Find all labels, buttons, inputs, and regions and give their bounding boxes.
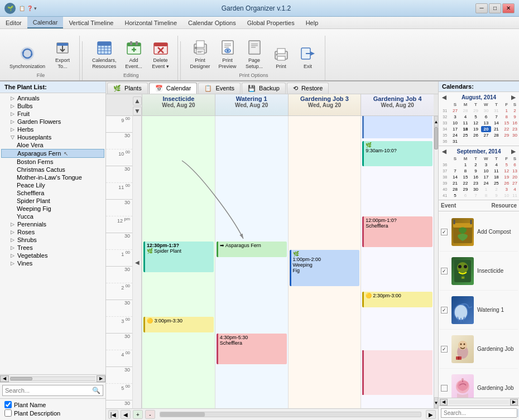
- ribbon-print-designer-button[interactable]: PrintDesigner: [188, 37, 213, 71]
- aug-day-24[interactable]: 24: [450, 132, 460, 138]
- menu-calendar-options[interactable]: Calendar Options: [182, 17, 242, 28]
- tree-toggle-shrubs[interactable]: ▷: [9, 236, 16, 243]
- aug-sep-6[interactable]: [512, 138, 518, 144]
- aug-day-4[interactable]: 4: [460, 114, 470, 120]
- sep-day-11[interactable]: 11: [491, 168, 501, 174]
- aug-day-29b[interactable]: 29: [502, 132, 512, 138]
- tree-item-garden-flowers[interactable]: ▷ Garden Flowers: [1, 118, 104, 125]
- aug-day-26[interactable]: 26: [470, 132, 480, 138]
- cal-nav-next[interactable]: ▶: [426, 410, 436, 419]
- mini-cal-sep-next-btn[interactable]: ▶: [511, 148, 516, 155]
- tree-item-roses[interactable]: ▷ Roses: [1, 228, 104, 236]
- menu-vertical-timeline[interactable]: Vertical Timeline: [63, 17, 119, 28]
- sep-oct-2[interactable]: 2: [491, 186, 501, 192]
- event-930am[interactable]: 🌿 9:30am-10:0?: [362, 141, 433, 166]
- scroll-down-btn[interactable]: ▼: [434, 397, 438, 408]
- scroll-thumb-v[interactable]: [434, 127, 438, 149]
- event-schefflera-watering[interactable]: 4:30pm-5:30 Schefflera: [217, 334, 287, 364]
- check-gardening-job1[interactable]: ✓: [441, 346, 448, 353]
- event-job4-top[interactable]: [362, 116, 433, 138]
- sep-day-1[interactable]: 1: [460, 162, 470, 168]
- mini-cal-next-btn[interactable]: ▶: [511, 94, 516, 100]
- cal-h-scroll[interactable]: [160, 412, 421, 417]
- aug-day-11[interactable]: 11: [460, 120, 470, 126]
- cal-nav-prev[interactable]: ◀: [121, 410, 131, 419]
- checkbox-plant-description[interactable]: [4, 409, 12, 417]
- tree-item-shrubs[interactable]: ▷ Shrubs: [1, 236, 104, 244]
- check-add-compost[interactable]: ✓: [441, 229, 448, 235]
- v-scrollbar[interactable]: ▲ ▼: [434, 116, 438, 408]
- tree-item-vegetables[interactable]: ▷ Vegetables: [1, 252, 104, 259]
- aug-sep-1[interactable]: [460, 138, 470, 144]
- sep-day-19[interactable]: 19: [502, 174, 512, 180]
- sep-day-5[interactable]: 5: [502, 162, 512, 168]
- tree-item-perennials[interactable]: ▷ Perennials: [1, 220, 104, 228]
- ribbon-print-preview-button[interactable]: PrintPreview: [215, 37, 240, 71]
- sep-oct-3[interactable]: 3: [502, 186, 512, 192]
- sep-oct-7[interactable]: 7: [470, 192, 480, 199]
- aug-day-28b[interactable]: 28: [491, 132, 501, 138]
- tree-toggle-vegetables[interactable]: ▷: [9, 252, 16, 259]
- tree-item-asparagus-fern[interactable]: Asparagus Fern ↖: [1, 149, 104, 158]
- tree-item-vines[interactable]: ▷ Vines: [1, 259, 104, 267]
- sep-day-29[interactable]: 29: [460, 186, 470, 192]
- sep-day-23[interactable]: 23: [470, 180, 480, 186]
- aug-day-27b[interactable]: 27: [481, 132, 491, 138]
- tree-item-weeping-fig[interactable]: Weeping Fig: [1, 205, 104, 213]
- aug-sep-2[interactable]: [470, 138, 480, 144]
- sep-day-24[interactable]: 24: [481, 180, 491, 186]
- ribbon-exit-button[interactable]: Exit: [296, 43, 320, 71]
- sep-day-3[interactable]: 3: [481, 162, 491, 168]
- tree-item-houseplants[interactable]: ▽ Houseplants: [1, 133, 104, 141]
- maximize-button[interactable]: □: [489, 3, 501, 13]
- cal-h-scroll-thumb[interactable]: [160, 412, 205, 417]
- ribbon-export-button[interactable]: ExportTo...: [50, 37, 75, 71]
- rp-scroll-right[interactable]: ▶: [510, 399, 518, 405]
- event-weeping-fig[interactable]: 🌿 1:00pm-2:00 Weeping Fig: [290, 250, 360, 286]
- sep-day-12[interactable]: 12: [502, 168, 512, 174]
- left-search-input[interactable]: [5, 387, 92, 394]
- sep-oct-1[interactable]: 1: [481, 186, 491, 192]
- event-12pm-schefflera[interactable]: 12:00pm-1:0? Schefflera: [362, 216, 433, 247]
- aug-sep-4[interactable]: [491, 138, 501, 144]
- ribbon-calendars-button[interactable]: Calendars,Resources: [89, 37, 119, 71]
- aug-day-30[interactable]: 30: [481, 108, 491, 114]
- aug-day-8[interactable]: 8: [502, 114, 512, 120]
- event-spider-plant[interactable]: 12:30pm-1:3? 🌿 Spider Plant: [143, 242, 214, 272]
- tree-toggle-bulbs[interactable]: ▷: [9, 103, 16, 109]
- tab-calendar[interactable]: 📅 Calendar: [149, 83, 198, 94]
- ribbon-delete-event-button[interactable]: DeleteEvent ▾: [148, 37, 173, 71]
- tree-item-herbs[interactable]: ▷ Herbs: [1, 125, 104, 133]
- check-watering1[interactable]: ✓: [441, 307, 448, 313]
- sep-day-2[interactable]: 2: [470, 162, 480, 168]
- sep-oct-8[interactable]: 8: [481, 192, 491, 199]
- cal-nav-add[interactable]: +: [133, 410, 143, 419]
- cal-nav-remove[interactable]: -: [145, 410, 155, 419]
- aug-day-3[interactable]: 3: [450, 114, 460, 120]
- sep-day-15[interactable]: 15: [460, 174, 470, 180]
- ribbon-add-event-button[interactable]: AddEvent...: [122, 37, 146, 71]
- mini-cal-prev-btn[interactable]: ◀: [442, 94, 446, 100]
- left-panel-scrollbar[interactable]: ◀ ▶: [0, 374, 105, 382]
- tree-item-mother-in-law[interactable]: Mother-in-Law's Tongue: [1, 173, 104, 181]
- right-search-input[interactable]: [441, 409, 517, 417]
- tree-item-spider-plant[interactable]: Spider Plant: [1, 197, 104, 205]
- tree-item-peace-lily[interactable]: Peace Lily: [1, 181, 104, 189]
- sep-day-17[interactable]: 17: [481, 174, 491, 180]
- tree-item-christmas-cactus[interactable]: Christmas Cactus: [1, 166, 104, 173]
- aug-day-21[interactable]: 21: [491, 126, 501, 132]
- sep-day-21[interactable]: 21: [450, 180, 460, 186]
- aug-day-5[interactable]: 5: [470, 114, 480, 120]
- aug-day-14[interactable]: 14: [491, 120, 501, 126]
- menu-editor[interactable]: Editor: [0, 17, 27, 28]
- sep-day-6[interactable]: 6: [512, 162, 518, 168]
- aug-day-18[interactable]: 18: [460, 126, 470, 132]
- rp-scroll-left[interactable]: ◀: [440, 399, 448, 405]
- tree-toggle-roses[interactable]: ▷: [9, 229, 16, 235]
- check-insecticide[interactable]: ✓: [441, 268, 448, 274]
- tree-item-annuals[interactable]: ▷ Annuals: [1, 94, 104, 102]
- tree-item-bulbs[interactable]: ▷ Bulbs: [1, 102, 104, 110]
- tree-item-fruit[interactable]: ▷ Fruit: [1, 110, 104, 118]
- tree-toggle-garden-flowers[interactable]: ▷: [9, 118, 16, 125]
- menu-horizontal-timeline[interactable]: Horizontal Timeline: [119, 17, 182, 28]
